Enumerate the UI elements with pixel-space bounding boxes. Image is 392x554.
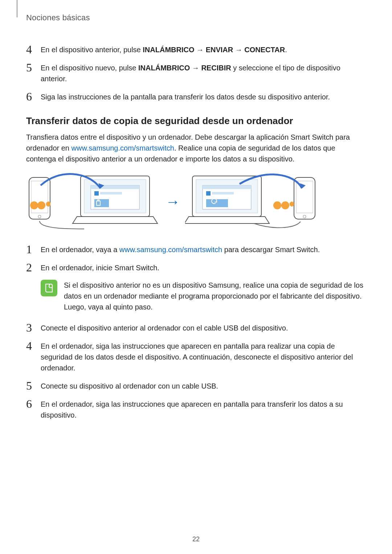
illustration-phone-to-laptop	[26, 171, 160, 233]
text: Conecte su dispositivo al ordenador con …	[41, 382, 218, 390]
bold-text: INALÁMBRICO	[143, 46, 194, 54]
svg-rect-18	[212, 192, 234, 194]
transfer-illustration: →	[26, 171, 366, 233]
arrow-right-icon: →	[166, 194, 180, 209]
text: .	[285, 46, 287, 54]
bold-text: ENVIAR	[206, 46, 233, 54]
step-body: Siga las instrucciones de la pantalla pa…	[41, 91, 366, 102]
step-number: 2	[26, 262, 38, 273]
svg-rect-10	[100, 192, 122, 194]
text: En el ordenador, inicie Smart Switch.	[41, 264, 159, 272]
step-body: Conecte el dispositivo anterior al orden…	[41, 322, 366, 333]
text: →	[195, 46, 206, 54]
step-item: 5En el dispositivo nuevo, pulse INALÁMBR…	[26, 62, 366, 84]
step-item: 3Conecte el dispositivo anterior al orde…	[26, 322, 366, 333]
step-body: Conecte su dispositivo al ordenador con …	[41, 380, 366, 391]
page-number: 22	[0, 535, 392, 543]
text: En el ordenador, vaya a	[41, 246, 119, 254]
step-number: 3	[26, 322, 38, 333]
text: En el dispositivo nuevo, pulse	[41, 64, 138, 72]
step-body: En el ordenador, inicie Smart Switch.	[41, 262, 366, 273]
step-body: En el dispositivo anterior, pulse INALÁM…	[41, 44, 366, 55]
smartswitch-link[interactable]: www.samsung.com/smartswitch	[72, 144, 174, 152]
text: →	[190, 64, 201, 72]
svg-point-3	[30, 201, 38, 209]
subheading: Transferir datos de copia de seguridad d…	[26, 115, 366, 127]
step-item: 6Siga las instrucciones de la pantalla p…	[26, 91, 366, 102]
svg-point-23	[273, 201, 281, 209]
step-number: 6	[26, 398, 38, 410]
step-item: 5Conecte su dispositivo al ordenador con…	[26, 380, 366, 391]
note-icon	[41, 280, 57, 296]
illustration-laptop-to-phone	[185, 171, 319, 233]
page-header: Nociones básicas	[26, 13, 366, 22]
text: En el dispositivo anterior, pulse	[41, 46, 143, 54]
step-number: 1	[26, 243, 38, 255]
step-item: 2En el ordenador, inicie Smart Switch.	[26, 262, 366, 273]
step-item: 4En el dispositivo anterior, pulse INALÁ…	[26, 44, 366, 55]
step-body: En el ordenador, siga las instrucciones …	[41, 340, 366, 373]
bold-text: INALÁMBRICO	[138, 64, 190, 72]
step-item: 1En el ordenador, vaya a www.samsung.com…	[26, 243, 366, 255]
step-number: 5	[26, 62, 38, 73]
text: →	[233, 46, 244, 54]
step-body: En el ordenador, vaya a www.samsung.com/…	[41, 243, 366, 255]
svg-rect-17	[206, 191, 211, 196]
text: Siga las instrucciones de la pantalla pa…	[41, 93, 330, 101]
note-text: Si el dispositivo anterior no es un disp…	[64, 280, 366, 312]
text: Conecte el dispositivo anterior al orden…	[41, 324, 288, 332]
step-item: 4En el ordenador, siga las instrucciones…	[26, 340, 366, 373]
steps-bottom-2: 3Conecte el dispositivo anterior al orde…	[26, 322, 366, 420]
step-item: 6En el ordenador, siga las instrucciones…	[26, 398, 366, 420]
svg-rect-16	[203, 185, 251, 189]
intro-paragraph: Transfiera datos entre el dispositivo y …	[26, 132, 366, 164]
bold-text: CONECTAR	[244, 46, 285, 54]
side-rule	[17, 0, 17, 17]
inline-link[interactable]: www.samsung.com/smartswitch	[119, 246, 222, 254]
note-callout: Si el dispositivo anterior no es un disp…	[41, 280, 366, 312]
svg-rect-9	[94, 191, 99, 196]
text: En el ordenador, siga las instrucciones …	[41, 400, 343, 419]
bold-text: RECIBIR	[201, 64, 231, 72]
text: En el ordenador, siga las instrucciones …	[41, 342, 353, 372]
steps-top: 4En el dispositivo anterior, pulse INALÁ…	[26, 44, 366, 102]
step-number: 4	[26, 44, 38, 55]
step-number: 4	[26, 340, 38, 352]
svg-point-24	[281, 201, 289, 209]
step-body: En el ordenador, siga las instrucciones …	[41, 398, 366, 420]
step-body: En el dispositivo nuevo, pulse INALÁMBRI…	[41, 62, 366, 84]
steps-bottom-1: 1En el ordenador, vaya a www.samsung.com…	[26, 243, 366, 273]
step-number: 5	[26, 380, 38, 391]
svg-point-4	[37, 201, 45, 209]
text: para descargar Smart Switch.	[222, 246, 320, 254]
step-number: 6	[26, 91, 38, 102]
